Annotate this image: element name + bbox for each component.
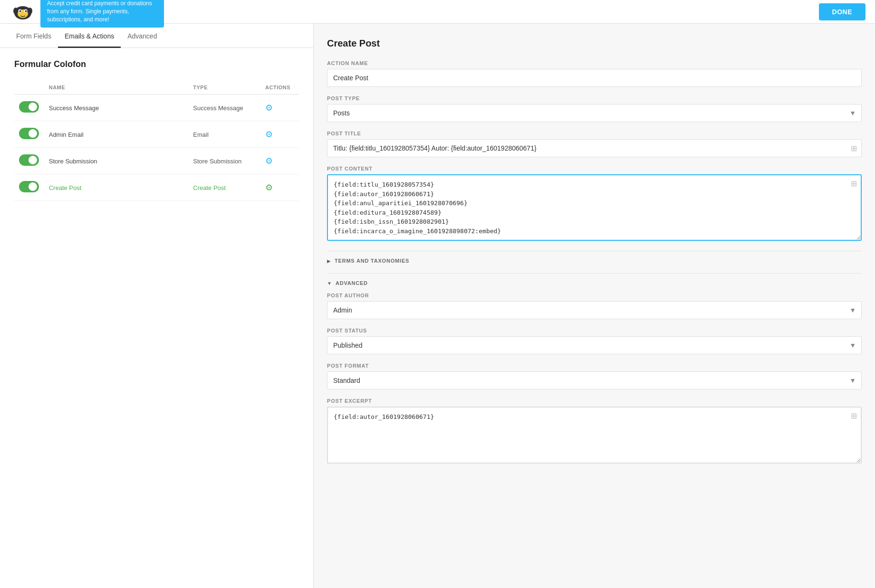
svg-point-5 [25,10,27,12]
post-excerpt-label: POST EXCERPT [327,398,862,404]
toggle-create-post[interactable] [19,181,39,192]
post-excerpt-group: POST EXCERPT ⊞ [327,398,862,465]
post-excerpt-textarea[interactable] [327,407,862,464]
done-button[interactable]: DONE [819,3,865,20]
toggle-store-submission[interactable] [19,154,39,166]
row-type-label: Success Message [193,104,243,112]
col-header-actions: ACTIONS [260,81,299,95]
post-status-group: POST STATUS PublishedDraftPending ▼ [327,328,862,354]
main-layout: Form Fields Emails & Actions Advanced Fo… [0,24,875,588]
table-row: Success Message Success Message ⚙ [14,95,299,121]
post-type-label: POST TYPE [327,95,862,101]
terms-taxonomies-arrow-icon: ▶ [327,258,331,264]
post-excerpt-edit-icon: ⊞ [851,411,857,420]
actions-table: NAME TYPE ACTIONS Success Message Succes… [14,81,299,201]
row-actions-cell: ⚙ [260,148,299,174]
post-content-textarea[interactable] [327,174,862,241]
form-content: Formular Colofon NAME TYPE ACTIONS [0,48,313,212]
post-type-select-wrapper: PostsPagesCustom ▼ [327,104,862,122]
post-type-group: POST TYPE PostsPagesCustom ▼ [327,95,862,122]
post-format-select[interactable]: StandardAsideGallery [327,371,862,389]
post-author-label: POST AUTHOR [327,293,862,298]
row-name-cell: Create Post [44,174,189,201]
row-name-label: Success Message [49,104,99,112]
row-name-cell: Store Submission [44,148,189,174]
row-gear-icon[interactable]: ⚙ [265,103,273,113]
advanced-section-content: POST AUTHOR AdminEditorAuthor ▼ POST STA… [327,293,862,476]
toggle-success-message[interactable] [19,101,39,113]
row-name-cell: Success Message [44,95,189,121]
post-type-select[interactable]: PostsPagesCustom [327,104,862,122]
col-header-name: NAME [44,81,189,95]
logo [10,2,36,21]
row-name-label: Admin Email [49,131,84,138]
row-toggle-cell [14,148,44,174]
post-excerpt-textarea-wrapper: ⊞ [327,407,862,465]
svg-point-4 [19,10,21,12]
row-toggle-cell [14,121,44,148]
table-row: Admin Email Email ⚙ [14,121,299,148]
panel-title: Create Post [327,38,862,49]
post-status-select[interactable]: PublishedDraftPending [327,336,862,354]
post-title-label: POST TITLE [327,131,862,136]
post-title-group: POST TITLE ⊞ [327,131,862,157]
post-content-group: POST CONTENT ⊞ [327,166,862,242]
table-row: Create Post Create Post ⚙ [14,174,299,201]
col-header-toggle [14,81,44,95]
top-bar: Accept credit card payments or donations… [0,0,875,24]
post-content-textarea-wrapper: ⊞ [327,174,862,242]
promo-banner: Accept credit card payments or donations… [40,0,164,28]
action-name-input[interactable] [327,69,862,87]
terms-taxonomies-header[interactable]: ▶ TERMS AND TAXONOMIES [327,251,862,270]
post-format-label: POST FORMAT [327,363,862,369]
row-toggle-cell [14,174,44,201]
post-content-edit-icon: ⊞ [851,179,857,188]
row-actions-cell: ⚙ [260,174,299,201]
row-type-label: Store Submission [193,158,241,165]
toggle-admin-email[interactable] [19,128,39,139]
post-status-label: POST STATUS [327,328,862,333]
row-gear-icon[interactable]: ⚙ [265,130,273,139]
post-format-select-wrapper: StandardAsideGallery ▼ [327,371,862,389]
advanced-section-arrow-icon: ▼ [327,281,332,286]
advanced-section-label: ADVANCED [336,280,368,286]
row-type-cell: Email [188,121,260,148]
row-toggle-cell [14,95,44,121]
col-header-type: TYPE [188,81,260,95]
row-type-label: Email [193,131,209,138]
row-actions-cell: ⚙ [260,95,299,121]
row-name-cell: Admin Email [44,121,189,148]
row-type-label: Create Post [193,184,226,191]
row-name-label: Store Submission [49,158,97,165]
row-name-label: Create Post [49,184,82,191]
action-name-label: ACTION NAME [327,60,862,66]
row-gear-icon[interactable]: ⚙ [265,183,273,192]
post-author-select[interactable]: AdminEditorAuthor [327,301,862,319]
post-status-select-wrapper: PublishedDraftPending ▼ [327,336,862,354]
post-format-group: POST FORMAT StandardAsideGallery ▼ [327,363,862,389]
svg-point-7 [28,8,32,14]
action-name-group: ACTION NAME [327,60,862,87]
row-type-cell: Store Submission [188,148,260,174]
table-row: Store Submission Store Submission ⚙ [14,148,299,174]
row-actions-cell: ⚙ [260,121,299,148]
left-panel: Form Fields Emails & Actions Advanced Fo… [0,24,314,588]
svg-point-6 [13,8,18,14]
form-title: Formular Colofon [14,59,299,69]
row-type-cell: Create Post [188,174,260,201]
post-title-input-wrapper: ⊞ [327,139,862,157]
post-author-group: POST AUTHOR AdminEditorAuthor ▼ [327,293,862,319]
advanced-section-header[interactable]: ▼ ADVANCED [327,273,862,293]
terms-taxonomies-label: TERMS AND TAXONOMIES [335,258,409,264]
post-title-input[interactable] [327,139,862,157]
row-type-cell: Success Message [188,95,260,121]
row-gear-icon[interactable]: ⚙ [265,156,273,166]
post-author-select-wrapper: AdminEditorAuthor ▼ [327,301,862,319]
right-panel: Create Post ACTION NAME POST TYPE PostsP… [314,24,875,588]
post-title-edit-icon: ⊞ [851,144,857,153]
post-content-label: POST CONTENT [327,166,862,171]
